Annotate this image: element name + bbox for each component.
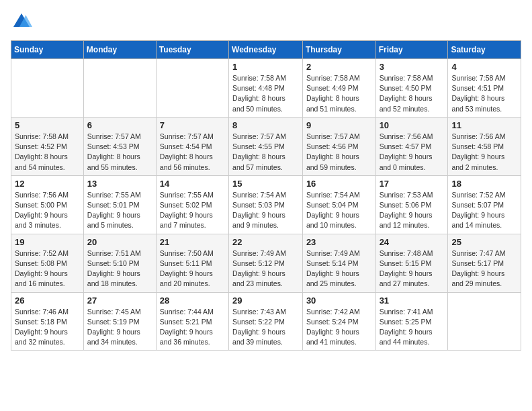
day-info: Sunrise: 7:56 AM Sunset: 4:57 PM Dayligh… (380, 132, 445, 173)
day-number: 31 (380, 295, 445, 306)
calendar-cell: 24Sunrise: 7:48 AM Sunset: 5:15 PM Dayli… (375, 234, 448, 292)
day-info: Sunrise: 7:49 AM Sunset: 5:12 PM Dayligh… (232, 248, 299, 289)
day-number: 10 (380, 120, 445, 130)
calendar-cell: 31Sunrise: 7:41 AM Sunset: 5:25 PM Dayli… (375, 292, 448, 351)
day-number: 7 (160, 120, 225, 130)
page-header (11, 11, 521, 32)
calendar-cell (11, 59, 84, 118)
day-number: 23 (306, 237, 372, 247)
calendar-cell: 2Sunrise: 7:58 AM Sunset: 4:49 PM Daylig… (302, 59, 375, 118)
day-number: 28 (160, 295, 225, 306)
day-info: Sunrise: 7:52 AM Sunset: 5:08 PM Dayligh… (15, 248, 80, 289)
day-number: 6 (87, 120, 152, 130)
day-info: Sunrise: 7:58 AM Sunset: 4:52 PM Dayligh… (15, 132, 80, 173)
day-info: Sunrise: 7:57 AM Sunset: 4:54 PM Dayligh… (160, 132, 225, 173)
day-number: 12 (15, 179, 80, 189)
calendar-cell: 15Sunrise: 7:54 AM Sunset: 5:03 PM Dayli… (229, 175, 303, 234)
calendar-week-row: 5Sunrise: 7:58 AM Sunset: 4:52 PM Daylig… (11, 117, 521, 175)
day-number: 4 (451, 62, 517, 72)
calendar-cell: 6Sunrise: 7:57 AM Sunset: 4:53 PM Daylig… (83, 117, 156, 175)
calendar-cell: 14Sunrise: 7:55 AM Sunset: 5:02 PM Dayli… (156, 175, 228, 234)
day-number: 25 (451, 237, 517, 247)
calendar-cell: 9Sunrise: 7:57 AM Sunset: 4:56 PM Daylig… (302, 117, 375, 175)
calendar-cell: 10Sunrise: 7:56 AM Sunset: 4:57 PM Dayli… (375, 117, 448, 175)
calendar-cell: 20Sunrise: 7:51 AM Sunset: 5:10 PM Dayli… (83, 234, 156, 292)
day-info: Sunrise: 7:45 AM Sunset: 5:19 PM Dayligh… (87, 307, 152, 348)
calendar-table: SundayMondayTuesdayWednesdayThursdayFrid… (11, 40, 521, 351)
day-info: Sunrise: 7:42 AM Sunset: 5:24 PM Dayligh… (306, 307, 372, 348)
day-info: Sunrise: 7:58 AM Sunset: 4:50 PM Dayligh… (380, 73, 445, 114)
calendar-cell: 8Sunrise: 7:57 AM Sunset: 4:55 PM Daylig… (229, 117, 303, 175)
calendar-week-row: 26Sunrise: 7:46 AM Sunset: 5:18 PM Dayli… (11, 292, 521, 351)
calendar-cell: 26Sunrise: 7:46 AM Sunset: 5:18 PM Dayli… (11, 292, 84, 351)
weekday-header: Saturday (448, 41, 521, 59)
day-info: Sunrise: 7:57 AM Sunset: 4:53 PM Dayligh… (87, 132, 152, 173)
calendar-cell: 3Sunrise: 7:58 AM Sunset: 4:50 PM Daylig… (375, 59, 448, 118)
day-info: Sunrise: 7:57 AM Sunset: 4:56 PM Dayligh… (306, 132, 372, 173)
logo (11, 11, 35, 32)
day-number: 17 (380, 179, 445, 189)
day-info: Sunrise: 7:41 AM Sunset: 5:25 PM Dayligh… (380, 307, 445, 348)
day-info: Sunrise: 7:58 AM Sunset: 4:49 PM Dayligh… (306, 73, 372, 114)
day-info: Sunrise: 7:56 AM Sunset: 5:00 PM Dayligh… (15, 190, 80, 231)
day-info: Sunrise: 7:49 AM Sunset: 5:14 PM Dayligh… (306, 248, 372, 289)
calendar-week-row: 19Sunrise: 7:52 AM Sunset: 5:08 PM Dayli… (11, 234, 521, 292)
day-info: Sunrise: 7:55 AM Sunset: 5:01 PM Dayligh… (87, 190, 152, 231)
calendar-cell (448, 292, 521, 351)
calendar-week-row: 1Sunrise: 7:58 AM Sunset: 4:48 PM Daylig… (11, 59, 521, 118)
day-info: Sunrise: 7:56 AM Sunset: 4:58 PM Dayligh… (451, 132, 517, 173)
calendar-cell: 13Sunrise: 7:55 AM Sunset: 5:01 PM Dayli… (83, 175, 156, 234)
day-number: 22 (232, 237, 299, 247)
logo-icon (11, 11, 32, 32)
day-info: Sunrise: 7:58 AM Sunset: 4:48 PM Dayligh… (232, 73, 299, 114)
day-number: 26 (15, 295, 80, 306)
day-number: 8 (232, 120, 299, 130)
day-number: 3 (380, 62, 445, 72)
day-info: Sunrise: 7:52 AM Sunset: 5:07 PM Dayligh… (451, 190, 517, 231)
day-number: 19 (15, 237, 80, 247)
day-info: Sunrise: 7:58 AM Sunset: 4:51 PM Dayligh… (451, 73, 517, 114)
calendar-cell (156, 59, 228, 118)
weekday-header: Thursday (302, 41, 375, 59)
day-number: 14 (160, 179, 225, 189)
calendar-cell: 12Sunrise: 7:56 AM Sunset: 5:00 PM Dayli… (11, 175, 84, 234)
day-number: 20 (87, 237, 152, 247)
calendar-cell: 28Sunrise: 7:44 AM Sunset: 5:21 PM Dayli… (156, 292, 228, 351)
calendar-cell: 7Sunrise: 7:57 AM Sunset: 4:54 PM Daylig… (156, 117, 228, 175)
calendar-cell: 30Sunrise: 7:42 AM Sunset: 5:24 PM Dayli… (302, 292, 375, 351)
weekday-header-row: SundayMondayTuesdayWednesdayThursdayFrid… (11, 41, 521, 59)
calendar-cell: 18Sunrise: 7:52 AM Sunset: 5:07 PM Dayli… (448, 175, 521, 234)
day-info: Sunrise: 7:50 AM Sunset: 5:11 PM Dayligh… (160, 248, 225, 289)
day-info: Sunrise: 7:55 AM Sunset: 5:02 PM Dayligh… (160, 190, 225, 231)
calendar-cell: 29Sunrise: 7:43 AM Sunset: 5:22 PM Dayli… (229, 292, 303, 351)
day-number: 24 (380, 237, 445, 247)
day-number: 30 (306, 295, 372, 306)
weekday-header: Tuesday (156, 41, 228, 59)
calendar-cell: 19Sunrise: 7:52 AM Sunset: 5:08 PM Dayli… (11, 234, 84, 292)
day-number: 9 (306, 120, 372, 130)
day-number: 21 (160, 237, 225, 247)
day-info: Sunrise: 7:46 AM Sunset: 5:18 PM Dayligh… (15, 307, 80, 348)
calendar-cell: 11Sunrise: 7:56 AM Sunset: 4:58 PM Dayli… (448, 117, 521, 175)
calendar-cell: 27Sunrise: 7:45 AM Sunset: 5:19 PM Dayli… (83, 292, 156, 351)
day-info: Sunrise: 7:51 AM Sunset: 5:10 PM Dayligh… (87, 248, 152, 289)
calendar-cell: 16Sunrise: 7:54 AM Sunset: 5:04 PM Dayli… (302, 175, 375, 234)
day-number: 27 (87, 295, 152, 306)
day-number: 11 (451, 120, 517, 130)
day-info: Sunrise: 7:54 AM Sunset: 5:04 PM Dayligh… (306, 190, 372, 231)
day-info: Sunrise: 7:53 AM Sunset: 5:06 PM Dayligh… (380, 190, 445, 231)
day-number: 15 (232, 179, 299, 189)
day-number: 2 (306, 62, 372, 72)
day-number: 13 (87, 179, 152, 189)
weekday-header: Sunday (11, 41, 84, 59)
day-number: 16 (306, 179, 372, 189)
day-number: 18 (451, 179, 517, 189)
calendar-cell: 21Sunrise: 7:50 AM Sunset: 5:11 PM Dayli… (156, 234, 228, 292)
day-number: 29 (232, 295, 299, 306)
day-info: Sunrise: 7:57 AM Sunset: 4:55 PM Dayligh… (232, 132, 299, 173)
day-info: Sunrise: 7:44 AM Sunset: 5:21 PM Dayligh… (160, 307, 225, 348)
day-info: Sunrise: 7:47 AM Sunset: 5:17 PM Dayligh… (451, 248, 517, 289)
day-info: Sunrise: 7:54 AM Sunset: 5:03 PM Dayligh… (232, 190, 299, 231)
calendar-cell: 5Sunrise: 7:58 AM Sunset: 4:52 PM Daylig… (11, 117, 84, 175)
day-info: Sunrise: 7:48 AM Sunset: 5:15 PM Dayligh… (380, 248, 445, 289)
